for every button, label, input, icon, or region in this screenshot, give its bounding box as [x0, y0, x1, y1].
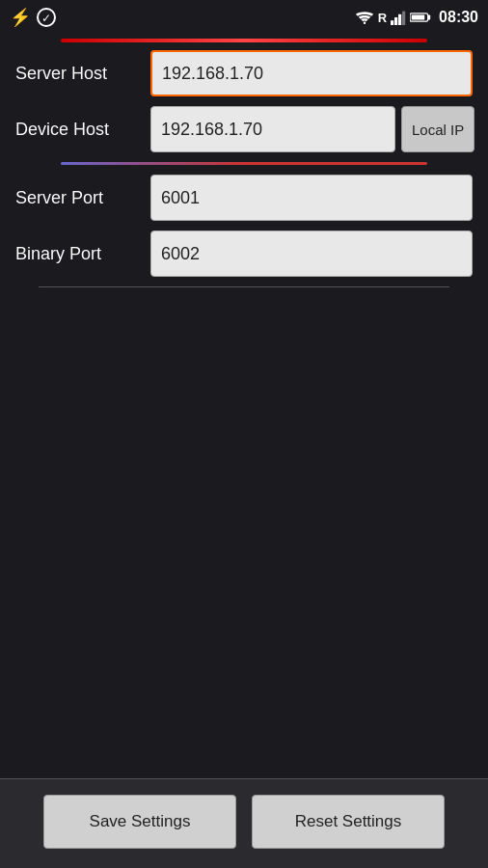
wifi-icon: [355, 10, 374, 25]
svg-rect-1: [391, 20, 393, 25]
mid-divider: [61, 162, 426, 165]
bottom-action-area: Save Settings Reset Settings: [0, 778, 488, 868]
status-left-icons: ⚡ ✓: [10, 7, 56, 28]
svg-rect-7: [412, 14, 425, 19]
svg-rect-6: [428, 14, 431, 19]
top-divider: [61, 39, 427, 42]
svg-rect-2: [394, 17, 397, 25]
clock: 08:30: [439, 9, 478, 26]
binary-port-label: Binary Port: [15, 244, 150, 264]
server-port-row: Server Port: [15, 175, 473, 221]
binary-port-row: Binary Port: [15, 231, 473, 277]
signal-icon: R: [378, 11, 387, 25]
device-host-input[interactable]: [150, 106, 395, 152]
server-host-label: Server Host: [15, 64, 150, 84]
device-host-input-wrap: Local IP: [150, 106, 474, 152]
server-host-row: Server Host: [15, 50, 473, 96]
bottom-section-divider: [39, 286, 450, 287]
binary-port-input[interactable]: [150, 231, 473, 277]
button-row: Save Settings Reset Settings: [0, 779, 488, 868]
server-host-input-wrap: [150, 50, 473, 96]
usb-icon: ⚡: [10, 7, 31, 28]
local-ip-button[interactable]: Local IP: [401, 106, 474, 152]
status-right-icons: R 08:30: [355, 9, 478, 26]
reset-settings-button[interactable]: Reset Settings: [252, 795, 445, 849]
binary-port-input-wrap: [150, 231, 473, 277]
server-port-label: Server Port: [15, 188, 150, 208]
status-bar: ⚡ ✓ R 08:30: [0, 0, 488, 35]
server-host-input[interactable]: [150, 50, 473, 96]
device-host-row: Device Host Local IP: [15, 106, 473, 152]
svg-rect-3: [398, 14, 401, 25]
device-host-label: Device Host: [15, 120, 150, 140]
svg-point-0: [363, 22, 366, 25]
check-icon: ✓: [37, 8, 56, 27]
server-port-input-wrap: [150, 175, 473, 221]
server-port-input[interactable]: [150, 175, 473, 221]
battery-icon: [410, 11, 431, 24]
svg-rect-4: [402, 12, 405, 25]
signal-bars-icon: [391, 10, 406, 25]
settings-area: Server Host Device Host Local IP Server …: [0, 50, 488, 287]
save-settings-button[interactable]: Save Settings: [43, 795, 236, 849]
